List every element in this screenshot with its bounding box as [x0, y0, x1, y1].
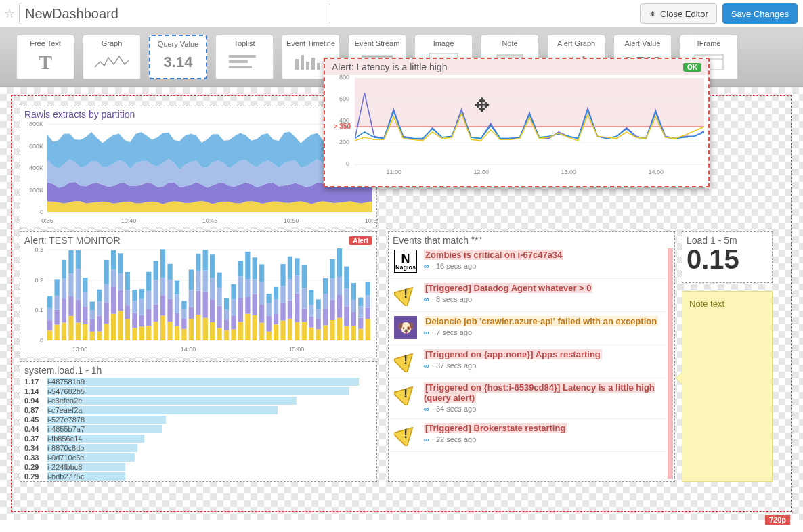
- svg-rect-1: [229, 60, 248, 63]
- svg-rect-137: [217, 288, 221, 306]
- svg-rect-154: [245, 252, 250, 279]
- widget-test-monitor[interactable]: Alert: TEST MONITOR Alert 00.10.20.3 13:…: [20, 231, 377, 357]
- svg-rect-84: [125, 305, 130, 319]
- svg-rect-221: [366, 296, 370, 308]
- toplist-value: 0.34: [24, 444, 46, 452]
- dashboard-canvas[interactable]: Rawls extracts by partition ▦ ✕ 0200K400…: [0, 87, 803, 520]
- event-row[interactable]: ! [Triggered] Brokerstate restarting ∞· …: [390, 419, 666, 452]
- svg-text:200K: 200K: [29, 187, 43, 194]
- close-editor-label: Close Editor: [660, 9, 708, 19]
- svg-text:400K: 400K: [29, 164, 43, 171]
- event-row[interactable]: NNagios Zombies is critical on i-67c47a3…: [390, 246, 666, 279]
- toplist-row[interactable]: 0.37 i-fb856c14: [24, 434, 372, 443]
- widget-note[interactable]: Note text: [682, 291, 773, 482]
- toplist-row[interactable]: 0.45 i-527e7878: [24, 415, 372, 424]
- tray-tile-query-value[interactable]: Query Value3.14: [149, 35, 207, 79]
- svg-rect-101: [154, 280, 158, 304]
- event-row[interactable]: ! [Triggered on {host:i-6539cd84}] Laten…: [390, 378, 666, 419]
- tray-tile-label: Note: [502, 38, 517, 49]
- toplist-row[interactable]: 0.34 i-8870c8db: [24, 443, 372, 453]
- svg-rect-160: [259, 305, 264, 323]
- toplist-value: 0.37: [24, 435, 46, 443]
- note-body[interactable]: Note text: [682, 291, 773, 482]
- star-icon[interactable]: ☆: [3, 7, 16, 20]
- svg-rect-86: [125, 272, 130, 290]
- toplist-row[interactable]: 0.87 i-c7eaef2a: [24, 405, 372, 415]
- toplist-row[interactable]: 0.29 i-224fbbc8: [24, 462, 372, 472]
- svg-rect-180: [295, 293, 299, 322]
- svg-rect-6: [311, 58, 315, 70]
- svg-rect-62: [83, 278, 87, 292]
- svg-rect-219: [366, 319, 370, 340]
- svg-rect-85: [125, 290, 130, 305]
- svg-rect-155: [253, 315, 257, 340]
- tray-tile-graphic: T: [18, 49, 72, 76]
- toplist-row[interactable]: 1.17 i-487581a9: [24, 377, 372, 386]
- svg-rect-90: [132, 290, 137, 301]
- svg-rect-46: [54, 279, 59, 295]
- svg-rect-167: [274, 324, 278, 340]
- tray-tile-free-text[interactable]: Free TextT: [16, 35, 74, 79]
- svg-rect-139: [224, 330, 229, 340]
- events-scrollbar[interactable]: [668, 248, 673, 479]
- svg-rect-185: [302, 288, 307, 308]
- infinity-icon: ∞: [424, 295, 429, 303]
- svg-text:800K: 800K: [29, 120, 43, 127]
- svg-rect-133: [210, 278, 215, 299]
- event-row[interactable]: ! [Triggered] Datadog Agent whatever > 0…: [390, 279, 666, 312]
- toplist-row[interactable]: 0.33 i-0d710c5e: [24, 453, 372, 462]
- tray-tile-graphic: [85, 49, 139, 76]
- svg-rect-195: [323, 325, 328, 340]
- widget-toplist[interactable]: system.load.1 - 1h 1.17 i-487581a91.14 i…: [20, 361, 377, 482]
- svg-rect-52: [68, 296, 73, 316]
- tray-tile-label: Alert Value: [625, 38, 661, 49]
- svg-rect-174: [280, 264, 285, 286]
- svg-rect-127: [203, 318, 208, 340]
- widget-event-stream[interactable]: Events that match "*" NNagios Zombies is…: [388, 231, 675, 482]
- svg-rect-79: [118, 311, 123, 340]
- widget-load-value[interactable]: Load 1 - 5m 0.15: [682, 231, 773, 283]
- tray-tile-label: Event Stream: [355, 38, 400, 49]
- svg-rect-151: [245, 314, 250, 340]
- toplist-value: 0.87: [24, 406, 46, 414]
- svg-rect-175: [288, 319, 292, 340]
- svg-rect-153: [245, 279, 250, 297]
- svg-rect-116: [181, 319, 186, 329]
- toplist-host: i-bdb2775c: [46, 472, 114, 481]
- tray-tile-toplist[interactable]: Toplist: [215, 35, 274, 79]
- event-title: Delancie job 'crawler.azure-api' failed …: [424, 316, 658, 326]
- event-row[interactable]: 🐶 Delancie job 'crawler.azure-api' faile…: [390, 312, 666, 345]
- tray-tile-label: Query Value: [158, 39, 198, 49]
- toplist-row[interactable]: 0.44 i-4855b7a7: [24, 424, 372, 434]
- toplist-host: i-8870c8db: [46, 444, 114, 452]
- tray-tile-graph[interactable]: Graph: [83, 35, 141, 79]
- dashboard-title-input[interactable]: [19, 3, 330, 24]
- svg-text:0: 0: [40, 337, 43, 344]
- toplist-host: i-fb856c14: [46, 435, 114, 443]
- svg-rect-128: [203, 292, 208, 318]
- toplist-row[interactable]: 0.94 i-c3efea2e: [24, 396, 372, 405]
- svg-rect-124: [196, 291, 200, 315]
- rawls-title: Rawls extracts by partition: [24, 109, 135, 120]
- toplist-row[interactable]: 1.14 i-547682b5: [24, 386, 372, 396]
- event-title: [Triggered] Brokerstate restarting: [424, 423, 567, 433]
- event-row[interactable]: ! [Triggered on {app:none}] Apps restart…: [390, 345, 666, 378]
- svg-rect-141: [224, 309, 229, 320]
- save-changes-button[interactable]: Save Changes: [722, 3, 798, 24]
- svg-rect-208: [344, 306, 349, 326]
- close-editor-button[interactable]: ✷ Close Editor: [640, 3, 717, 24]
- svg-text:0: 0: [40, 208, 43, 215]
- note-text: Note text: [689, 298, 724, 309]
- toplist-value: 0.45: [24, 416, 46, 424]
- toplist-row[interactable]: 0.29 i-bdb2775c: [24, 472, 372, 481]
- tray-tile-graphic: [217, 49, 272, 76]
- svg-rect-207: [344, 326, 349, 340]
- svg-rect-166: [266, 294, 271, 303]
- svg-rect-159: [259, 323, 264, 340]
- svg-rect-56: [76, 299, 81, 322]
- svg-rect-50: [62, 260, 66, 279]
- svg-rect-170: [274, 287, 278, 299]
- svg-rect-57: [76, 269, 81, 299]
- tray-tile-label: Toplist: [234, 38, 255, 49]
- widget-alert-latency-dragging[interactable]: Alert: Latency is a little high OK 02004…: [324, 58, 710, 187]
